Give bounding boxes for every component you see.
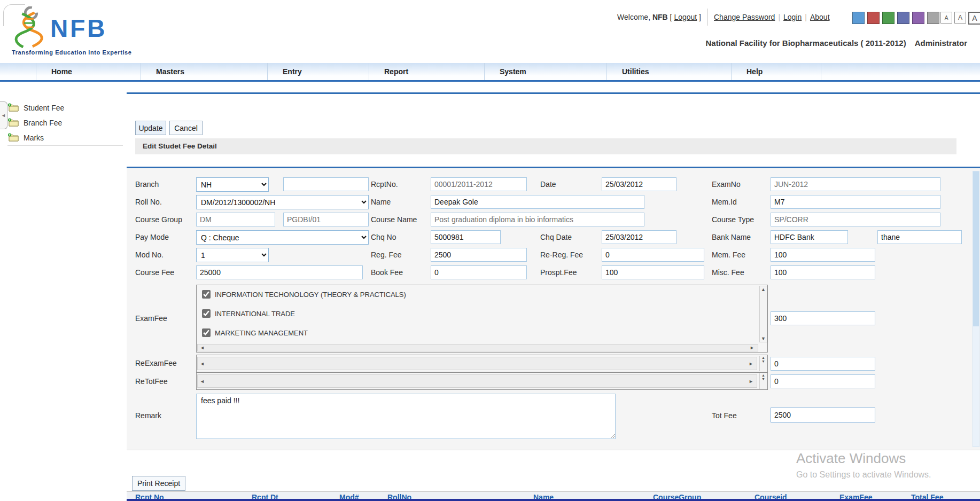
change-password-link[interactable]: Change Password bbox=[714, 13, 775, 21]
theme-swatch-blue[interactable] bbox=[852, 12, 865, 24]
update-button[interactable]: Update bbox=[135, 121, 166, 135]
theme-swatch-gray[interactable] bbox=[927, 12, 939, 24]
header-divider bbox=[707, 9, 708, 26]
miscfee-input[interactable] bbox=[771, 265, 875, 279]
about-link[interactable]: About bbox=[810, 13, 830, 21]
subject-row-3: MARKETING MANAGEMENT bbox=[202, 328, 308, 337]
coursefee-label: Course Fee bbox=[135, 268, 174, 277]
font-large-button[interactable]: A bbox=[968, 12, 980, 25]
scroll-up-icon[interactable]: ▲ bbox=[760, 287, 767, 292]
sidebar-item-marks[interactable]: Marks bbox=[7, 130, 123, 146]
theme-swatch-slate[interactable] bbox=[897, 12, 909, 24]
branch-select[interactable]: NH bbox=[196, 177, 269, 192]
subject-checkbox-2[interactable] bbox=[202, 309, 211, 318]
login-link[interactable]: Login bbox=[783, 13, 802, 21]
chqno-input[interactable] bbox=[431, 230, 501, 244]
col-totalfee: Total Fee bbox=[911, 493, 943, 499]
menu-report[interactable]: Report bbox=[369, 63, 484, 80]
coursename-label: Course Name bbox=[371, 215, 417, 224]
dna-helix-icon bbox=[12, 6, 47, 50]
examno-input[interactable] bbox=[771, 177, 940, 191]
coursetype-input[interactable] bbox=[771, 213, 940, 226]
coursename-input[interactable] bbox=[431, 213, 644, 226]
examfee-label: ExamFee bbox=[135, 314, 167, 323]
chqno-label: Chq No bbox=[371, 233, 396, 241]
retotfee-input[interactable] bbox=[771, 374, 875, 388]
retotfee-horizontal-scrollbar[interactable]: ◄ ► bbox=[197, 374, 757, 388]
name-input[interactable] bbox=[431, 195, 644, 209]
scroll-left-icon[interactable]: ◄ bbox=[200, 345, 205, 351]
courseid-input[interactable] bbox=[283, 213, 369, 226]
coursetype-label: Course Type bbox=[712, 215, 754, 224]
folder-plus-icon bbox=[7, 118, 19, 128]
reexamfee-horizontal-scrollbar[interactable]: ◄ ► bbox=[197, 357, 757, 370]
coursefee-input[interactable] bbox=[196, 265, 363, 279]
remark-textarea[interactable]: fees paid !!! bbox=[196, 394, 616, 439]
font-small-button[interactable]: A bbox=[940, 12, 952, 24]
scroll-right-icon[interactable]: ► bbox=[749, 357, 753, 370]
bankname-input[interactable] bbox=[771, 230, 848, 244]
paymode-select[interactable]: Q : Cheque bbox=[196, 230, 369, 245]
reregfee-input[interactable] bbox=[602, 248, 704, 262]
totfee-input[interactable] bbox=[771, 408, 875, 422]
print-receipt-button[interactable]: Print Receipt bbox=[132, 476, 185, 491]
font-medium-button[interactable]: A bbox=[954, 12, 966, 24]
modno-select[interactable]: 1 bbox=[196, 248, 269, 262]
theme-swatch-green[interactable] bbox=[882, 12, 895, 24]
menu-home[interactable]: Home bbox=[36, 63, 141, 80]
main-menu-bar: Home Masters Entry Report System Utiliti… bbox=[0, 63, 980, 82]
col-rcptdt: Rcpt Dt bbox=[252, 493, 278, 499]
menu-masters[interactable]: Masters bbox=[141, 63, 267, 80]
bankbranch-input[interactable] bbox=[877, 230, 962, 244]
coursegroup-label: Course Group bbox=[135, 215, 182, 224]
subject-row-2: INTERNATIONAL TRADE bbox=[202, 309, 295, 318]
rollno-select[interactable]: DM/2012/1300002/NH bbox=[196, 195, 369, 209]
cancel-button[interactable]: Cancel bbox=[169, 121, 203, 135]
examfee-horizontal-scrollbar[interactable]: ◄ ► bbox=[197, 344, 758, 351]
mini-vertical-scrollbar[interactable]: ▲▼ bbox=[759, 356, 767, 371]
sidebar-item-student-fee[interactable]: Student Fee bbox=[7, 100, 123, 116]
scrollbar-thumb[interactable] bbox=[973, 171, 979, 326]
scroll-left-icon[interactable]: ◄ bbox=[200, 357, 205, 370]
prosptfee-input[interactable] bbox=[602, 265, 704, 279]
scroll-down-icon[interactable]: ▼ bbox=[760, 336, 767, 341]
chqdate-input[interactable] bbox=[602, 230, 676, 244]
branch-extra-input[interactable] bbox=[283, 177, 369, 191]
examfee-vertical-scrollbar[interactable]: ▲ ▼ bbox=[759, 286, 767, 342]
menu-utilities[interactable]: Utilities bbox=[606, 63, 731, 80]
subject-checkbox-3[interactable] bbox=[202, 328, 211, 337]
org-title-line: National Facility for Biopharmaceuticals… bbox=[460, 38, 967, 48]
menu-help[interactable]: Help bbox=[731, 63, 821, 80]
menu-system[interactable]: System bbox=[484, 63, 606, 80]
sidebar-collapse-tab[interactable]: ◄ bbox=[0, 101, 7, 129]
retotfee-label: ReTotFee bbox=[135, 377, 168, 386]
totfee-label: Tot Fee bbox=[712, 411, 737, 420]
scroll-right-icon[interactable]: ► bbox=[749, 375, 753, 387]
reregfee-label: Re-Reg. Fee bbox=[540, 250, 583, 259]
subject-checkbox-1[interactable] bbox=[202, 290, 211, 299]
scroll-right-icon[interactable]: ► bbox=[750, 345, 755, 351]
menu-entry[interactable]: Entry bbox=[267, 63, 369, 80]
examfee-amount-input[interactable] bbox=[771, 311, 875, 325]
theme-swatch-red[interactable] bbox=[867, 12, 880, 24]
bankname-label: Bank Name bbox=[712, 233, 751, 241]
rcptno-input[interactable] bbox=[431, 177, 527, 191]
date-label: Date bbox=[540, 180, 556, 189]
regfee-input[interactable] bbox=[431, 248, 527, 262]
col-mod: Mod# bbox=[339, 493, 359, 499]
col-courseid: Courseid bbox=[755, 493, 787, 499]
coursegroup-input[interactable] bbox=[196, 213, 275, 226]
memid-input[interactable] bbox=[771, 195, 940, 209]
logout-link[interactable]: Logout bbox=[674, 13, 697, 21]
sidebar-item-branch-fee[interactable]: Branch Fee bbox=[7, 115, 123, 131]
col-name: Name bbox=[533, 493, 554, 499]
reexamfee-input[interactable] bbox=[771, 357, 875, 371]
theme-swatch-purple[interactable] bbox=[912, 12, 924, 24]
mini-vertical-scrollbar[interactable]: ▲▼ bbox=[759, 373, 767, 389]
date-input[interactable] bbox=[602, 177, 676, 191]
form-vertical-scrollbar[interactable] bbox=[973, 171, 979, 447]
scroll-left-icon[interactable]: ◄ bbox=[200, 375, 205, 387]
memfee-input[interactable] bbox=[771, 248, 875, 262]
rcptno-label: RcptNo. bbox=[371, 180, 398, 189]
bookfee-input[interactable] bbox=[431, 265, 527, 279]
